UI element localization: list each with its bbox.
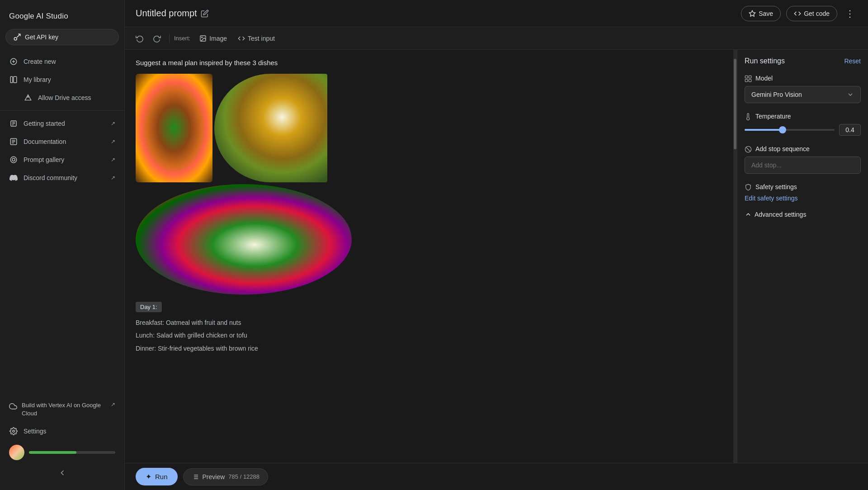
stop-sequence-input[interactable] — [745, 157, 861, 174]
undo-button[interactable] — [132, 31, 147, 46]
save-label: Save — [759, 10, 773, 17]
app-name-label: Google AI Studio — [9, 12, 68, 20]
preview-label: Preview — [203, 473, 225, 480]
advanced-settings-label: Advanced settings — [755, 211, 806, 218]
insert-test-input-label: Test input — [248, 35, 275, 42]
redo-button[interactable] — [149, 31, 165, 46]
get-api-key-button[interactable]: Get API key — [5, 29, 119, 45]
main-area: Untitled prompt Save Get — [125, 0, 868, 490]
temperature-section-label: Temperature — [755, 113, 791, 120]
save-button[interactable]: Save — [741, 6, 781, 21]
sidebar-item-prompt-gallery[interactable]: Prompt gallery ↗ — [0, 151, 124, 169]
temperature-icon — [745, 112, 752, 120]
edit-title-icon[interactable] — [201, 9, 209, 18]
scroll-thumb — [734, 59, 736, 149]
stop-sequence-icon — [745, 145, 752, 153]
sidebar-item-discord[interactable]: Discord community ↗ — [0, 169, 124, 187]
sidebar-item-create-new[interactable]: Create new — [0, 52, 124, 71]
preview-button[interactable]: Preview 785 / 12288 — [183, 468, 269, 485]
sidebar-bottom: Build with Vertex AI on Google Cloud ↗ S… — [0, 397, 124, 485]
safety-section-label: Safety settings — [755, 183, 797, 190]
bottom-bar: ✦ Run Preview 785 / 12288 — [125, 463, 868, 490]
user-profile[interactable] — [0, 440, 124, 465]
advanced-settings-row[interactable]: Advanced settings — [745, 211, 861, 218]
stop-sequence-label: Add stop sequence — [755, 145, 810, 152]
model-label-row: Model — [745, 74, 861, 82]
content-area: Suggest a meal plan inspired by these 3 … — [125, 50, 868, 463]
sidebar-item-getting-started[interactable]: Getting started ↗ — [0, 114, 124, 133]
prompt-gallery-label: Prompt gallery — [24, 156, 64, 163]
documentation-label: Documentation — [24, 138, 66, 145]
temperature-slider-thumb[interactable] — [779, 126, 786, 133]
insert-label: Insert: — [174, 35, 190, 42]
insert-image-button[interactable]: Image — [195, 32, 231, 45]
response-text: Breakfast: Oatmeal with fruit and nuts L… — [136, 318, 722, 353]
gallery-icon — [9, 155, 18, 164]
temperature-slider-wrap: 0.4 — [745, 124, 861, 136]
api-key-label: Get API key — [25, 33, 58, 41]
library-icon — [9, 75, 18, 84]
food-images-grid — [136, 74, 722, 295]
run-star-icon: ✦ — [146, 472, 151, 481]
sidebar-item-settings[interactable]: Settings — [0, 422, 124, 440]
prompt-instruction: Suggest a meal plan inspired by these 3 … — [136, 59, 722, 67]
get-code-button[interactable]: Get code — [786, 6, 837, 21]
prompt-content[interactable]: Suggest a meal plan inspired by these 3 … — [125, 50, 733, 463]
run-button[interactable]: ✦ Run — [136, 468, 178, 485]
external-link-icon4: ↗ — [111, 175, 115, 181]
stir-fry-image — [136, 74, 212, 182]
reset-button[interactable]: Reset — [844, 57, 861, 65]
allow-drive-label: Allow Drive access — [38, 94, 91, 101]
more-options-button[interactable]: ⋮ — [843, 5, 857, 22]
discord-icon — [9, 173, 18, 182]
toolbar-divider — [169, 34, 170, 43]
model-select-button[interactable]: Gemini Pro Vision — [745, 86, 861, 103]
svg-rect-4 — [10, 76, 13, 83]
response-breakfast: Breakfast: Oatmeal with fruit and nuts — [136, 318, 722, 328]
run-settings-panel: Run settings Reset — [737, 50, 868, 463]
external-link-icon: ↗ — [111, 120, 115, 127]
temperature-slider-fill — [745, 129, 781, 131]
user-progress-fill — [29, 451, 76, 454]
scroll-track[interactable] — [733, 50, 737, 463]
temperature-value-box[interactable]: 0.4 — [839, 124, 861, 136]
prompt-title: Untitled prompt — [136, 8, 197, 19]
sidebar-item-my-library[interactable]: My library — [0, 71, 124, 89]
svg-point-16 — [12, 158, 15, 161]
token-count: 785 / 12288 — [228, 473, 259, 480]
images-row-top — [136, 74, 722, 182]
collapse-sidebar-button[interactable] — [0, 465, 124, 481]
response-lunch: Lunch: Salad with grilled chicken or tof… — [136, 330, 722, 340]
temperature-section: Temperature 0.4 — [745, 112, 861, 136]
main-header: Untitled prompt Save Get — [125, 0, 868, 27]
getting-started-icon — [9, 119, 18, 128]
cloud-icon — [9, 402, 17, 411]
stop-sequence-label-row: Add stop sequence — [745, 145, 861, 153]
model-icon — [745, 74, 752, 82]
run-label: Run — [155, 473, 168, 480]
stop-sequence-section: Add stop sequence — [745, 145, 861, 174]
sidebar-item-allow-drive[interactable]: Allow Drive access — [0, 89, 124, 107]
token-current: 785 — [228, 473, 238, 480]
safety-icon — [745, 183, 752, 191]
svg-marker-19 — [750, 10, 755, 16]
sidebar-item-documentation[interactable]: Documentation ↗ — [0, 133, 124, 151]
run-settings-header: Run settings Reset — [745, 57, 861, 65]
get-code-label: Get code — [804, 10, 830, 17]
temperature-slider-track[interactable] — [745, 129, 835, 131]
settings-icon — [9, 427, 18, 436]
user-avatar — [9, 445, 24, 460]
user-progress-bar — [29, 451, 115, 454]
svg-line-27 — [746, 147, 750, 151]
model-select-value: Gemini Pro Vision — [751, 91, 802, 98]
plus-icon — [9, 57, 18, 66]
create-new-label: Create new — [24, 58, 56, 65]
sidebar-item-vertex[interactable]: Build with Vertex AI on Google Cloud ↗ — [0, 397, 124, 422]
edit-safety-link[interactable]: Edit safety settings — [745, 195, 861, 202]
token-max: 12288 — [243, 473, 259, 480]
prompt-title-section: Untitled prompt — [136, 8, 209, 19]
external-link-icon5: ↗ — [111, 401, 115, 408]
insert-test-input-button[interactable]: Test input — [233, 32, 279, 45]
settings-label: Settings — [24, 428, 47, 435]
response-day-label: Day 1: — [136, 302, 162, 312]
